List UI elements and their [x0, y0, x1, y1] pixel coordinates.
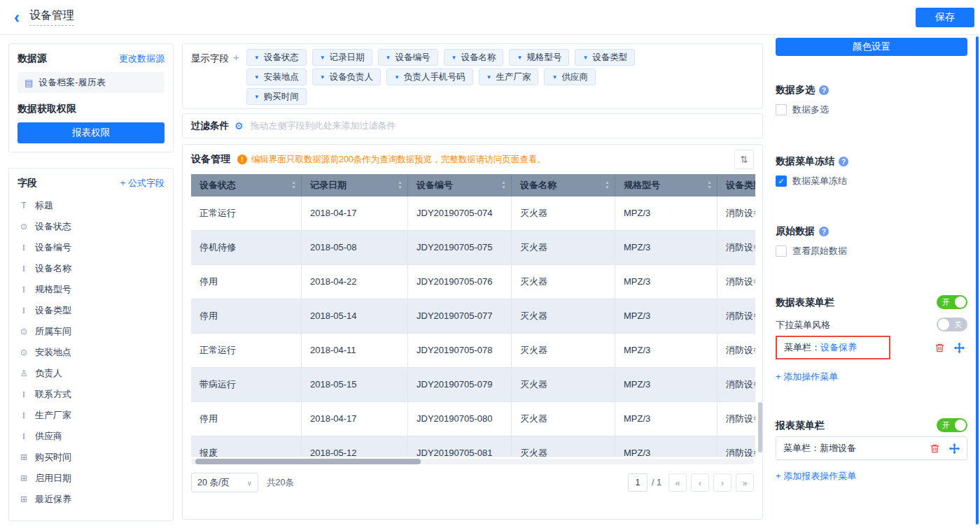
- table-row[interactable]: 停用2018-04-17JDY20190705-080灭火器MPZ/3消防设备: [191, 402, 755, 436]
- field-item[interactable]: ⊙设备状态: [18, 216, 164, 237]
- add-display-field-icon[interactable]: +: [233, 49, 239, 104]
- field-item[interactable]: ♙负责人: [18, 363, 164, 384]
- data-table: 设备状态▲▼记录日期▲▼设备编号▲▼设备名称▲▼规格型号▲▼设备类型▲▼ 正常运…: [191, 174, 755, 457]
- table-row[interactable]: 正常运行2018-04-11JDY20190705-078灭火器MPZ/3消防设…: [191, 334, 755, 368]
- display-field-chip[interactable]: ▼规格型号: [509, 49, 569, 66]
- datasource-panel: 数据源 更改数据源 ▤ 设备档案-履历表 数据获取权限 报表权限: [8, 43, 174, 152]
- menu-item-device-maintenance[interactable]: 菜单栏： 设备保养: [776, 336, 890, 359]
- display-field-chip[interactable]: ▼记录日期: [312, 49, 372, 66]
- table-header-cell[interactable]: 规格型号▲▼: [615, 174, 718, 197]
- help-icon[interactable]: ?: [839, 157, 848, 166]
- display-field-chip[interactable]: ▼设备负责人: [312, 69, 381, 85]
- table-row[interactable]: 停用2018-04-22JDY20190705-076灭火器MPZ/3消防设备: [191, 265, 755, 299]
- table-cell: 消防设备: [718, 299, 755, 333]
- field-item[interactable]: ⊙安装地点: [18, 342, 164, 363]
- add-formula-field-link[interactable]: + 公式字段: [120, 177, 164, 190]
- table-cell: JDY20190705-074: [408, 197, 512, 230]
- multi-select-option[interactable]: 数据多选: [776, 104, 829, 116]
- table-row[interactable]: 停机待修2018-05-08JDY20190705-075灭火器MPZ/3消防设…: [191, 231, 755, 265]
- display-field-chip[interactable]: ▼设备状态: [246, 49, 307, 66]
- display-field-chip[interactable]: ▼安装地点: [246, 69, 307, 85]
- raw-data-checkbox[interactable]: [776, 245, 787, 257]
- field-label: 供应商: [35, 430, 62, 443]
- field-item[interactable]: ⊞启用日期: [18, 468, 164, 489]
- chevron-down-icon: ▼: [254, 55, 260, 61]
- table-header-cell[interactable]: 设备类型▲▼: [718, 174, 755, 197]
- raw-data-option[interactable]: 查看原始数据: [776, 245, 847, 257]
- table-header-cell[interactable]: 记录日期▲▼: [302, 174, 408, 197]
- field-item[interactable]: I设备类型: [18, 300, 164, 321]
- prev-page-button[interactable]: ‹: [691, 473, 709, 492]
- add-action-menu-link[interactable]: + 添加操作菜单: [776, 371, 838, 383]
- first-page-button[interactable]: «: [668, 473, 687, 492]
- display-field-chip[interactable]: ▼设备名称: [444, 49, 504, 66]
- menu-item-new-device[interactable]: 菜单栏： 新增设备: [776, 436, 967, 460]
- field-item[interactable]: I联系方式: [18, 384, 164, 405]
- help-icon[interactable]: ?: [819, 85, 829, 95]
- display-field-chip[interactable]: ▼设备编号: [378, 49, 438, 66]
- datasource-item[interactable]: ▤ 设备档案-履历表: [18, 72, 164, 93]
- field-item[interactable]: ⊞购买时间: [18, 447, 164, 468]
- table-cell: JDY20190705-081: [408, 436, 512, 457]
- table-row[interactable]: 停用2018-05-14JDY20190705-077灭火器MPZ/3消防设备: [191, 299, 755, 334]
- multi-select-checkbox[interactable]: [776, 104, 787, 115]
- field-label: 规格型号: [35, 283, 71, 296]
- select-caret-icon: ∨: [247, 479, 252, 487]
- help-icon[interactable]: ?: [819, 227, 829, 236]
- table-sort-button[interactable]: ⇅: [734, 150, 754, 169]
- page-number-input[interactable]: 1: [628, 473, 648, 492]
- field-label: 购买时间: [35, 451, 71, 464]
- table-row[interactable]: 带病运行2018-05-15JDY20190705-079灭火器MPZ/3消防设…: [191, 368, 755, 402]
- field-item[interactable]: ⊞最近保养: [18, 489, 164, 510]
- sort-arrows-icon[interactable]: ▲▼: [501, 180, 506, 190]
- report-menu-toggle[interactable]: 开: [937, 418, 967, 432]
- move-icon[interactable]: [953, 342, 965, 353]
- gear-icon[interactable]: ⚙: [234, 120, 244, 131]
- next-page-button[interactable]: ›: [713, 473, 732, 492]
- display-field-chip[interactable]: ▼供应商: [544, 69, 595, 85]
- field-item[interactable]: I生产厂家: [18, 405, 164, 426]
- change-datasource-link[interactable]: 更改数据源: [119, 52, 164, 65]
- chip-row: ▼安装地点▼设备负责人▼负责人手机号码▼生产厂家▼供应商: [246, 69, 636, 85]
- field-item[interactable]: T标题: [18, 195, 164, 216]
- table-cell: MPZ/3: [615, 231, 718, 264]
- right-panel-scrollbar[interactable]: [976, 36, 979, 525]
- back-icon[interactable]: ‹: [14, 9, 20, 26]
- scrollbar-thumb[interactable]: [195, 459, 421, 464]
- display-field-chip[interactable]: ▼生产厂家: [479, 69, 539, 85]
- move-icon[interactable]: [948, 443, 960, 454]
- field-item[interactable]: ⊙所属车间: [18, 321, 164, 342]
- sort-desc-icon: ▼: [501, 185, 506, 190]
- display-field-chip[interactable]: ▼负责人手机号码: [386, 69, 472, 85]
- field-item[interactable]: I设备编号: [18, 237, 164, 258]
- field-label: 最近保养: [35, 493, 71, 506]
- table-row[interactable]: 报废2018-05-12JDY20190705-081灭火器MPZ/3消防设备: [191, 436, 755, 457]
- color-settings-button[interactable]: 颜色设置: [776, 38, 967, 56]
- trash-icon[interactable]: [929, 443, 940, 454]
- middle-vertical-scrollbar[interactable]: [758, 402, 762, 452]
- field-item[interactable]: I供应商: [18, 426, 164, 447]
- report-permission-button[interactable]: 报表权限: [18, 122, 164, 143]
- dropdown-style-toggle[interactable]: 关: [937, 317, 967, 331]
- save-button[interactable]: 保存: [916, 8, 974, 27]
- table-row[interactable]: 正常运行2018-04-17JDY20190705-074灭火器MPZ/3消防设…: [191, 197, 755, 231]
- table-header-cell[interactable]: 设备状态▲▼: [191, 174, 302, 197]
- display-field-chip[interactable]: ▼设备类型: [575, 49, 635, 66]
- page-size-select[interactable]: 20 条/页 ∨: [191, 473, 258, 492]
- menu-freeze-option[interactable]: ✓ 数据菜单冻结: [776, 175, 847, 187]
- sort-arrows-icon[interactable]: ▲▼: [398, 180, 402, 190]
- last-page-button[interactable]: »: [736, 473, 754, 492]
- table-header-cell[interactable]: 设备编号▲▼: [408, 174, 512, 197]
- menu-freeze-checkbox[interactable]: ✓: [776, 176, 787, 187]
- add-report-action-menu-link[interactable]: + 添加报表操作菜单: [776, 470, 856, 483]
- display-field-chip[interactable]: ▼购买时间: [246, 88, 307, 105]
- sort-arrows-icon[interactable]: ▲▼: [605, 180, 610, 190]
- table-menu-toggle[interactable]: 开: [937, 295, 967, 309]
- trash-icon[interactable]: [934, 342, 945, 353]
- field-item[interactable]: I设备名称: [18, 258, 164, 279]
- table-header-cell[interactable]: 设备名称▲▼: [512, 174, 615, 197]
- sort-arrows-icon[interactable]: ▲▼: [707, 180, 712, 190]
- sort-arrows-icon[interactable]: ▲▼: [291, 180, 296, 190]
- page-title[interactable]: 设备管理: [29, 8, 74, 26]
- field-item[interactable]: I规格型号: [18, 279, 164, 300]
